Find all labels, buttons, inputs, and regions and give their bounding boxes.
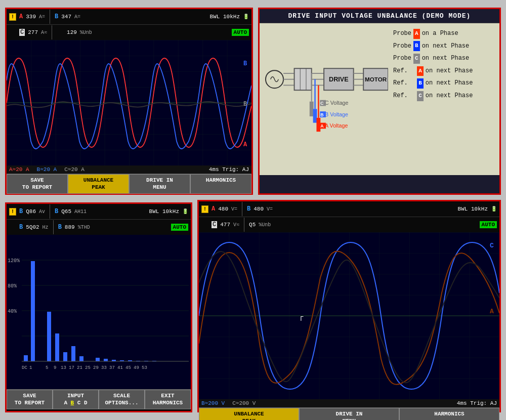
battery-icon: 🔋 xyxy=(243,14,249,20)
ch-a-unit2: A≈ xyxy=(41,30,47,35)
harmonics-btn-br[interactable]: HARMONICS xyxy=(399,408,499,420)
val3-br: 477 xyxy=(220,222,230,228)
scope-area-br: C A Γ xyxy=(199,232,499,399)
probe-line-4: Ref. A on next Phase xyxy=(393,66,494,77)
val2-bl: Q65 xyxy=(61,208,71,215)
panel-top-left: ! A 339 A= B 347 A= BWL 10kHz 🔋 C 277 A≈… xyxy=(5,8,253,195)
probe-line-5: Ref. B on next Phase xyxy=(393,78,494,89)
ch-b-val1: 347 xyxy=(61,14,71,20)
svg-text:1: 1 xyxy=(29,365,32,370)
bwl-badge-tl: BWL 10kHz xyxy=(210,14,240,20)
panel-title-tr: DRIVE INPUT VOLTAGE UNBALANCE (DEMO MODE… xyxy=(260,9,499,23)
ch-c-br: C xyxy=(212,221,217,228)
svg-text:40%: 40% xyxy=(8,309,17,314)
panel-bottom-right: ! A 480 V= B 480 V= BWL 10kHz 🔋 C 477 V≈… xyxy=(197,200,501,412)
exit-harmonics-btn-bl[interactable]: EXITHARMONICS xyxy=(145,390,191,409)
warning-icon-br: ! xyxy=(201,205,208,213)
unbalance-peak-btn-tl[interactable]: UNBALANCEPEAK xyxy=(68,174,129,194)
bwl-bl: BWL 10kHz xyxy=(149,208,179,215)
ch-b-unit1: A= xyxy=(74,14,80,20)
unit4-bl: %THD xyxy=(78,225,90,230)
status-line-tl: A≈20 A B≈20 A C≈20 A 4ms Trig: AJ xyxy=(7,165,251,174)
svg-text:53: 53 xyxy=(142,365,147,370)
status-b-br: B≈200 V xyxy=(201,400,225,406)
warning-icon-tl: ! xyxy=(9,13,16,21)
trig-tl: 4ms Trig: AJ xyxy=(209,166,249,173)
ch-a-br: A xyxy=(212,205,215,213)
unit2-bl: AH11 xyxy=(74,209,87,215)
svg-text:120%: 120% xyxy=(8,258,20,264)
svg-text:41: 41 xyxy=(117,365,123,370)
warning-icon-bl: ! xyxy=(9,208,16,216)
svg-text:B: B xyxy=(320,112,323,117)
val4-br: Q5 xyxy=(249,222,256,228)
ch-a-label: A xyxy=(19,13,23,20)
unit2-br: V= xyxy=(267,206,273,212)
probe-info: Probe A on a Phase Probe B on next Phase… xyxy=(393,28,494,170)
svg-text:B: B xyxy=(243,60,247,67)
diagram-container: DRIVE MOTOR C Vo xyxy=(260,23,499,175)
bottom-bar-tl: SAVETO REPORT UNBALANCEPEAK DRIVE INMENU… xyxy=(7,174,251,194)
svg-text:C: C xyxy=(490,242,494,249)
panel-bottom-left: ! B Q86 Av B Q65 AH11 BWL 10kHz 🔋 B 5Q02… xyxy=(5,202,192,412)
ch-b-unit2: %Unb xyxy=(80,30,92,35)
auto-badge-bl: AUTO xyxy=(171,224,188,231)
save-report-btn-bl[interactable]: SAVETO REPORT xyxy=(7,390,53,409)
input-btn-bl[interactable]: INPUTA B C D xyxy=(53,390,99,409)
svg-text:5: 5 xyxy=(46,365,48,370)
svg-text:C: C xyxy=(320,101,324,106)
probe-line-3: Probe C on next Phase xyxy=(393,53,494,64)
ch-b4-bl: B xyxy=(58,224,62,231)
unit1-bl: Av xyxy=(39,209,45,215)
svg-text:A Voltage: A Voltage xyxy=(325,122,348,129)
status-line-br: B≈200 V C≈200 V 4ms Trig: AJ xyxy=(199,399,499,407)
svg-rect-25 xyxy=(310,102,314,116)
svg-rect-53 xyxy=(71,346,75,361)
svg-text:DC: DC xyxy=(22,365,27,370)
svg-text:29: 29 xyxy=(93,365,99,370)
unit3-bl: Hz xyxy=(43,225,49,230)
battery-icon-bl: 🔋 xyxy=(182,208,188,215)
scale-options-btn-bl[interactable]: SCALEOPTIONS... xyxy=(99,390,145,409)
svg-text:45: 45 xyxy=(125,365,131,370)
harmonics-svg: 120% 80% 40% xyxy=(7,235,191,389)
ch-c-label-tl: C xyxy=(19,29,25,36)
svg-text:B: B xyxy=(243,101,247,108)
save-report-btn-tl[interactable]: SAVETO REPORT xyxy=(7,174,68,194)
circuit-svg: DRIVE MOTOR C Vo xyxy=(265,28,388,160)
harmonics-btn-tl[interactable]: HARMONICS xyxy=(190,174,251,194)
unbalance-peak-btn-br[interactable]: UNBALANCEPEAK xyxy=(199,408,299,420)
probe-a-badge: A xyxy=(413,29,420,39)
val2-br: 480 xyxy=(254,206,264,212)
ref-a-badge: A xyxy=(417,66,424,76)
ch-b2-bl: B xyxy=(55,208,58,215)
svg-text:33: 33 xyxy=(101,365,107,370)
ch-b-label: B xyxy=(55,13,58,20)
probe-c-badge-1: C xyxy=(413,54,420,64)
drive-in-menu-btn-tl[interactable]: DRIVE INMENU xyxy=(129,174,190,194)
status-c-br: C≈200 V xyxy=(232,400,256,406)
ch-b3-bl: B xyxy=(19,224,23,231)
auto-badge-br: AUTO xyxy=(480,221,497,228)
svg-text:A: A xyxy=(490,308,494,315)
svg-rect-51 xyxy=(55,333,59,361)
bwl-br: BWL 10kHz xyxy=(458,206,488,212)
status-b-tl: B≈20 A xyxy=(37,166,57,173)
ref-c-badge: C xyxy=(417,91,424,101)
drive-in-menu-btn-br[interactable]: DRIVE INMENU xyxy=(299,408,399,420)
circuit-diagram: DRIVE MOTOR C Vo xyxy=(265,28,388,170)
waveform-svg-br: C A Γ xyxy=(199,232,499,399)
svg-rect-29 xyxy=(316,118,320,132)
svg-rect-55 xyxy=(96,358,100,361)
svg-text:A: A xyxy=(320,123,324,129)
svg-text:17: 17 xyxy=(69,365,74,370)
probe-b-badge-1: B xyxy=(413,41,420,51)
svg-text:80%: 80% xyxy=(8,283,17,289)
probe-line-6: Ref. C on next Phase xyxy=(393,91,494,102)
svg-rect-50 xyxy=(47,312,51,361)
svg-rect-23 xyxy=(387,77,388,81)
ref-b-badge: B xyxy=(417,78,424,89)
bottom-bar-br: UNBALANCEPEAK DRIVE INMENU HARMONICS xyxy=(199,407,499,420)
scope-area-tl: B A B xyxy=(7,40,251,165)
val1-bl: Q86 xyxy=(26,208,36,215)
